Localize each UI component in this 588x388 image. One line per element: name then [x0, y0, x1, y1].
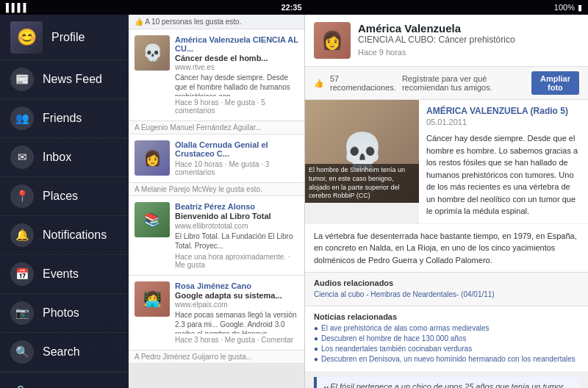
sidebar-search-label: Search — [43, 345, 80, 359]
feed-author-1: América Valenzuela CIENCIA AL CU... — [175, 35, 298, 53]
status-bar: ▌▌▌▌ 22:35 100% ▮ — [0, 0, 588, 15]
sidebar-news-feed-label: News Feed — [43, 73, 102, 86]
photos-icon: 📷 — [10, 301, 34, 325]
sidebar-friends-label: Friends — [43, 112, 82, 125]
detail-author-name: América Valenzuela — [358, 22, 579, 35]
related-news-item-1[interactable]: ● El ave prehistórica de alas como armas… — [314, 324, 579, 332]
feed-item[interactable]: 📚 Beatriz Pérez Alonso Bienvenido al Lib… — [129, 196, 304, 275]
bullet-icon: ● — [314, 345, 318, 353]
status-time: 22:35 — [281, 3, 301, 12]
quote-mark: " — [323, 384, 328, 388]
sidebar-profile-label: Profile — [51, 31, 85, 44]
feed-item-3-content: Beatriz Pérez Alonso Bienvenido al Libro… — [175, 202, 298, 268]
related-audio-title: Audios relacionados — [314, 279, 579, 287]
related-news: Noticias relacionadas ● El ave prehistór… — [305, 306, 588, 371]
bullet-icon: ● — [314, 355, 318, 363]
feed-thumb-4: 👩‍💻 — [135, 281, 170, 317]
feed-title-1: Cáncer desde el homb... — [175, 53, 298, 63]
sidebar-sign-out-label: Sign Out — [40, 386, 82, 389]
events-icon: 📅 — [10, 262, 34, 286]
related-news-item-2[interactable]: ● Descubren el hombre de hace 130.000 añ… — [314, 334, 579, 342]
sidebar-photos-label: Photos — [43, 306, 79, 320]
feed-author-2: Olalla Cernuda Genial el Crustaceo C... — [175, 140, 298, 158]
search-icon: 🔍 — [10, 340, 34, 364]
ampliar-foto-button[interactable]: Ampliar foto — [531, 71, 579, 95]
detail-author-card-date: 05.01.2011 — [426, 118, 581, 126]
feed-item[interactable]: 👩 Olalla Cernuda Genial el Crustaceo C..… — [129, 134, 304, 183]
sidebar-item-notifications[interactable]: 🔔 Notifications — [0, 216, 129, 255]
sidebar-notifications-label: Notifications — [43, 229, 107, 242]
detail-time: Hace 9 horas — [358, 48, 579, 57]
detail-quote: " El fósil pertenece a un chico de unos … — [314, 377, 579, 388]
recommend-icon: 👍 — [314, 79, 324, 88]
signal-icon: ▌▌▌▌ — [6, 3, 29, 12]
feed-url-4: www.elpais.com — [175, 301, 298, 309]
feed-panel: 👍 A 10 personas les gusta esto. 💀 Améric… — [129, 15, 305, 388]
sidebar: 😊 Profile 📰 News Feed 👥 Friends ✉ Inbox … — [0, 15, 129, 388]
detail-side-info: AMÉRICA VALENZUELA (Radio 5) 05.01.2011 … — [419, 100, 588, 223]
places-icon: 📍 — [10, 184, 34, 208]
battery-label: 100% — [554, 3, 575, 12]
inbox-icon: ✉ — [10, 146, 34, 169]
sidebar-item-friends[interactable]: 👥 Friends — [0, 99, 129, 138]
related-news-title: Noticias relacionadas — [314, 312, 579, 321]
feed-desc-3: El Libro Total. La Fundación El Libro To… — [175, 231, 298, 251]
detail-subtitle: CIENCIA AL CUBO: Cáncer prehistórico — [358, 35, 579, 45]
detail-image-caption: El hombre de Steinheim tenía un tumor, e… — [305, 164, 419, 203]
detail-image: 💀 El hombre de Steinheim tenía un tumor,… — [305, 100, 419, 203]
sidebar-item-search[interactable]: 🔍 Search — [0, 333, 129, 372]
feed-meta-4: Hace 3 horas · Me gusta · Comentar — [175, 336, 298, 344]
sign-out-icon: 🔓 — [10, 381, 31, 388]
feed-mention-1: A Eugenio Manuel Fernández Aguilar... — [129, 121, 304, 134]
friends-icon: 👥 — [10, 107, 34, 130]
detail-header: 👩 América Valenzuela CIENCIA AL CUBO: Cá… — [305, 15, 588, 67]
notifications-icon: 🔔 — [10, 223, 34, 247]
feed-url-3: www.ellibrotototal.com — [175, 222, 298, 230]
feed-desc-1: Cáncer hay desde siempre. Desde que el h… — [175, 73, 298, 96]
related-news-item-3[interactable]: ● Los neandertales también cocinaban ver… — [314, 345, 579, 353]
detail-image-area: 💀 El hombre de Steinheim tenía un tumor,… — [305, 100, 588, 223]
feed-mention-2: A Melanie Parejo McWey le gusta esto. — [129, 183, 304, 196]
feed-author-4: Rosa Jiménez Cano — [175, 281, 298, 290]
sidebar-item-photos[interactable]: 📷 Photos — [0, 294, 129, 333]
detail-panel: 👩 América Valenzuela CIENCIA AL CUBO: Cá… — [305, 15, 588, 388]
sidebar-item-news-feed[interactable]: 📰 News Feed — [0, 60, 129, 99]
profile-avatar: 😊 — [10, 21, 43, 54]
news-feed-icon: 📰 — [10, 68, 34, 91]
feed-meta-2: Hace 10 horas · Me gusta · 3 comentarios — [175, 160, 298, 176]
quote-text: El fósil pertenece a un chico de unos 25… — [323, 382, 564, 388]
status-right: 100% ▮ — [554, 3, 582, 12]
feed-item-4-content: Rosa Jiménez Cano Google adapta su siste… — [175, 281, 298, 344]
feed-title-4: Google adapta su sistema... — [175, 290, 298, 301]
feed-meta-3: Hace una hora aproximadamente. · Me gust… — [175, 253, 298, 269]
battery-icon: ▮ — [578, 3, 582, 12]
sidebar-item-inbox[interactable]: ✉ Inbox — [0, 138, 129, 177]
sidebar-item-profile[interactable]: 😊 Profile — [0, 15, 129, 60]
feed-item[interactable]: 💀 América Valenzuela CIENCIA AL CU... Cá… — [129, 29, 304, 121]
related-audio: Audios relacionados Ciencia al cubo - He… — [305, 272, 588, 306]
feed-thumb-3: 📚 — [135, 202, 170, 237]
feed-title-3: Bienvenido al Libro Total — [175, 211, 298, 221]
sidebar-item-sign-out[interactable]: 🔓 Sign Out — [0, 372, 129, 388]
detail-body-intro: Cáncer hay desde siempre. Desde que el h… — [426, 132, 581, 218]
feed-item-2-content: Olalla Cernuda Genial el Crustaceo C... … — [175, 140, 298, 176]
sidebar-events-label: Events — [43, 267, 79, 281]
related-news-item-4[interactable]: ● Descubren en Denisova, un nuevo homíni… — [314, 355, 579, 363]
feed-thumb-2: 👩 — [135, 140, 170, 176]
rec-note: Regístrate para ver qué recomiendan tus … — [402, 74, 526, 92]
sidebar-item-places[interactable]: 📍 Places — [0, 177, 129, 216]
feed-meta-1: Hace 9 horas · Me gusta · 5 comentarios — [175, 98, 298, 115]
related-audio-item[interactable]: Ciencia al cubo - Hembras de Neardentale… — [314, 290, 579, 298]
detail-avatar: 👩 — [314, 22, 351, 59]
feed-likes-text: 👍 A 10 personas les gusta esto. — [135, 18, 241, 26]
feed-item[interactable]: 👩‍💻 Rosa Jiménez Cano Google adapta su s… — [129, 276, 304, 351]
rec-count: 57 recomendaciones. — [330, 74, 396, 92]
bullet-icon: ● — [314, 334, 318, 342]
sidebar-item-events[interactable]: 📅 Events — [0, 255, 129, 294]
feed-thumb-1: 💀 — [135, 35, 170, 71]
status-left: ▌▌▌▌ — [6, 3, 29, 12]
sidebar-inbox-label: Inbox — [43, 151, 71, 164]
feed-likes-bar: 👍 A 10 personas les gusta esto. — [129, 15, 304, 29]
detail-rec-bar: 👍 57 recomendaciones. Regístrate para ve… — [305, 67, 588, 100]
feed-mention-4: A Pedro Jiménez Guijarro le gusta... — [129, 351, 304, 364]
